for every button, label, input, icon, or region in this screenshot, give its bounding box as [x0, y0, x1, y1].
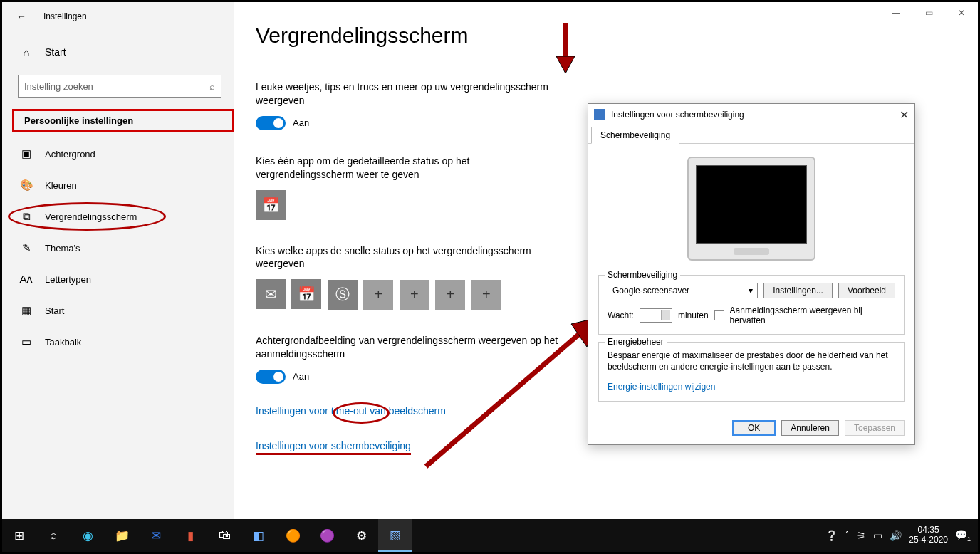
toggle-label: Aan — [293, 117, 309, 128]
minutes-label: minuten — [678, 310, 709, 320]
quick-app-add-3[interactable]: + — [435, 280, 465, 310]
sidebar-home[interactable]: ⌂ Start — [2, 38, 234, 66]
titlebar: ← Instellingen — [2, 2, 234, 31]
taskbar-office[interactable]: ▮ — [173, 519, 207, 552]
tray-battery-icon[interactable]: ▭ — [873, 530, 882, 541]
tray-help-icon[interactable]: ❔ — [825, 530, 838, 541]
mail-icon: ✉ — [265, 286, 277, 303]
dialog-close-button[interactable]: ✕ — [900, 108, 909, 122]
tray-notifications-icon[interactable]: 💬1 — [955, 529, 971, 543]
power-settings-link[interactable]: Energie-instellingen wijzigen — [608, 382, 715, 392]
themes-icon: ✎ — [19, 241, 33, 254]
sidebar-category: Persoonlijke instellingen — [12, 109, 234, 132]
power-text: Bespaar energie of maximaliseer de prest… — [608, 350, 895, 372]
dialog-tabbar: Schermbeveiliging — [588, 125, 914, 144]
plus-icon: + — [446, 286, 454, 303]
tray-time: 04:35 — [909, 526, 948, 535]
screensaver-select[interactable]: Google-screensaver ▾ — [608, 283, 758, 298]
sidebar-item-taskbar[interactable]: ▭ Taakbalk — [2, 326, 234, 357]
tray-chevron-icon[interactable]: ˄ — [845, 530, 850, 541]
notif-count: 1 — [967, 535, 971, 542]
quick-app-add-2[interactable]: + — [400, 280, 429, 310]
screensaver-preview-button[interactable]: Voorbeeld — [838, 283, 895, 298]
sidebar-item-start[interactable]: ▦ Start — [2, 295, 234, 326]
sidebar-item-lockscreen[interactable]: ⧉ Vergrendelingsscherm — [2, 201, 234, 232]
fonts-icon: Aᴀ — [19, 273, 33, 286]
taskbar: ⊞ ⌕ ◉ 📁 ✉ ▮ 🛍 ◧ 🟠 🟣 ⚙ ▧ ❔ ˄ ⚞ ▭ 🔊 04:35 … — [2, 519, 978, 552]
group-legend: Energiebeheer — [605, 337, 667, 347]
taskbar-settings[interactable]: ⚙ — [344, 519, 378, 552]
taskbar-explorer[interactable]: 📁 — [105, 519, 139, 552]
taskbar-app-1[interactable]: ◧ — [241, 519, 276, 552]
dialog-body: Schermbeveiliging Google-screensaver ▾ I… — [588, 144, 914, 413]
quick-app-add-1[interactable]: + — [363, 280, 393, 310]
svg-marker-1 — [556, 56, 575, 73]
tray-clock[interactable]: 04:35 25-4-2020 — [909, 526, 948, 545]
quick-app-mail[interactable]: ✉ — [256, 279, 286, 309]
taskbar-icon: ▭ — [19, 335, 33, 348]
dialog-icon — [594, 109, 605, 120]
screensaver-settings-button[interactable]: Instellingen... — [763, 283, 833, 298]
taskbar-search[interactable]: ⌕ — [36, 519, 71, 552]
start-button[interactable]: ⊞ — [2, 519, 36, 552]
sidebar-item-themes[interactable]: ✎ Thema's — [2, 232, 234, 263]
page-title: Vergrendelingsscherm — [256, 23, 956, 48]
wait-value: 3 — [664, 310, 669, 320]
sidebar-item-colors[interactable]: 🎨 Kleuren — [2, 169, 234, 201]
system-tray: ❔ ˄ ⚞ ▭ 🔊 04:35 25-4-2020 💬1 — [825, 526, 978, 545]
palette-icon: 🎨 — [19, 179, 33, 192]
quick-app-calendar[interactable]: 📅 — [291, 279, 321, 309]
sidebar-item-label: Vergrendelingsscherm — [45, 211, 137, 222]
toggle-pill-icon — [256, 116, 286, 130]
settings-sidebar: ← Instellingen ⌂ Start Instelling zoeken… — [2, 2, 234, 519]
ok-button[interactable]: OK — [732, 420, 776, 436]
taskbar-chrome[interactable]: 🟠 — [276, 519, 310, 552]
sidebar-item-label: Lettertypen — [45, 274, 91, 285]
tray-wifi-icon[interactable]: ⚞ — [857, 530, 866, 541]
detailed-app-text: Kies één app om de gedetailleerde status… — [256, 155, 569, 182]
taskbar-screensaver-dialog[interactable]: ▧ — [378, 519, 412, 552]
link-screensaver-settings[interactable]: Instellingen voor schermbeveiliging — [256, 440, 411, 455]
sidebar-item-label: Thema's — [45, 243, 80, 254]
plus-icon: + — [410, 286, 419, 303]
search-input[interactable]: Instelling zoeken ⌕ — [18, 75, 221, 98]
home-icon: ⌂ — [19, 46, 33, 58]
quick-apps-text: Kies welke apps de snelle status op het … — [256, 244, 569, 271]
taskbar-picasa[interactable]: 🟣 — [310, 519, 344, 552]
taskbar-store[interactable]: 🛍 — [207, 519, 241, 552]
back-icon[interactable]: ← — [16, 11, 26, 22]
resume-logon-checkbox[interactable] — [714, 310, 724, 320]
dialog-title: Instellingen voor schermbeveiliging — [611, 110, 744, 120]
taskbar-edge[interactable]: ◉ — [71, 519, 105, 552]
svg-line-2 — [426, 331, 583, 466]
app-title: Instellingen — [43, 11, 87, 21]
sidebar-item-label: Taakbalk — [45, 337, 81, 347]
wait-label: Wacht: — [608, 310, 634, 320]
quick-app-skype[interactable]: Ⓢ — [328, 280, 358, 310]
detailed-app-tile[interactable]: 📅 — [256, 190, 286, 220]
tray-date: 25-4-2020 — [909, 535, 948, 545]
taskbar-mail[interactable]: ✉ — [139, 519, 173, 552]
plus-icon: + — [482, 286, 491, 303]
power-group: Energiebeheer Bespaar energie of maximal… — [598, 342, 905, 402]
start-icon: ▦ — [19, 304, 33, 317]
search-placeholder: Instelling zoeken — [24, 81, 93, 92]
link-screen-timeout[interactable]: Instellingen voor time-out van beeldsche… — [256, 405, 446, 417]
home-label: Start — [45, 46, 66, 58]
sidebar-item-fonts[interactable]: Aᴀ Lettertypen — [2, 263, 234, 295]
quick-app-add-4[interactable]: + — [471, 280, 501, 310]
sidebar-item-background[interactable]: ▣ Achtergrond — [2, 138, 234, 169]
resume-label: Aanmeldingsscherm weergeven bij hervatte… — [730, 305, 865, 325]
tray-volume-icon[interactable]: 🔊 — [890, 530, 902, 541]
wait-minutes-input[interactable]: 3 — [640, 308, 672, 323]
screensaver-selected: Google-screensaver — [612, 286, 689, 296]
toggle-label: Aan — [293, 371, 309, 382]
annotation-arrow-down — [555, 23, 576, 73]
toggle-pill-icon — [256, 370, 286, 384]
calendar-icon: 📅 — [262, 197, 280, 214]
cancel-button[interactable]: Annuleren — [781, 420, 839, 436]
sidebar-item-label: Achtergrond — [45, 149, 95, 160]
dialog-titlebar[interactable]: Instellingen voor schermbeveiliging ✕ — [588, 104, 914, 125]
dialog-footer: OK Annuleren Toepassen — [588, 413, 914, 444]
tab-screensaver[interactable]: Schermbeveiliging — [591, 127, 679, 144]
